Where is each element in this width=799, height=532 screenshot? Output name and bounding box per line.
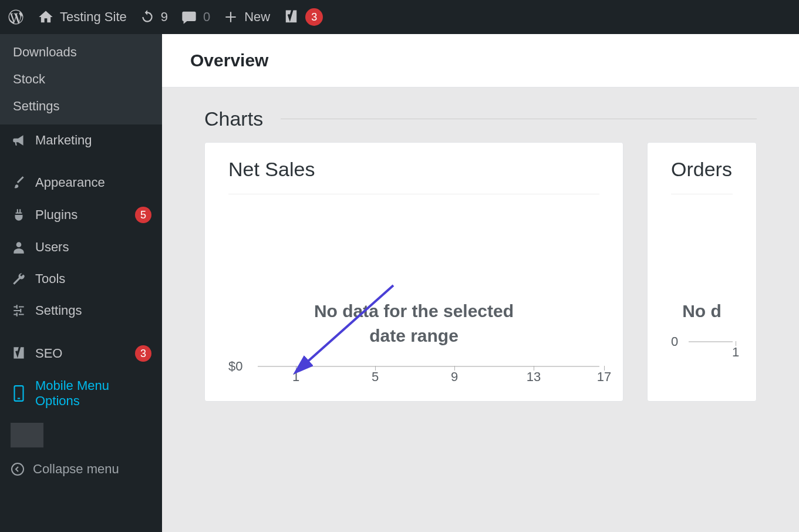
baseline <box>258 366 599 367</box>
updates-icon <box>140 9 155 25</box>
plus-icon <box>223 9 238 25</box>
wp-logo[interactable] <box>7 8 25 26</box>
brush-icon <box>11 175 27 190</box>
section-heading: Charts <box>162 87 799 142</box>
collapse-icon <box>11 462 25 476</box>
collapse-label: Collapse menu <box>33 462 119 477</box>
sidebar-item-label: Plugins <box>35 207 127 223</box>
sidebar-item-tools[interactable]: Tools <box>0 263 162 295</box>
tick: 9 <box>451 369 458 385</box>
divider <box>281 119 757 119</box>
sidebar-item-label: Marketing <box>35 133 151 148</box>
updates-link[interactable]: 9 <box>140 9 168 25</box>
admin-bar: Testing Site 9 0 New 3 <box>0 0 799 34</box>
comment-icon <box>181 9 197 25</box>
page-title: Overview <box>162 34 799 87</box>
tick: 13 <box>527 369 541 385</box>
sidebar-item-settings[interactable]: Settings <box>0 295 162 326</box>
sidebar-item-label: Users <box>35 240 151 255</box>
card-title: Net Sales <box>228 158 599 194</box>
tick: 1 <box>292 369 299 385</box>
card-title: Orders <box>671 158 733 194</box>
updates-count: 9 <box>161 9 168 25</box>
wordpress-icon <box>7 8 25 26</box>
tick: 1 <box>732 345 739 360</box>
megaphone-icon <box>11 133 27 148</box>
comments-link[interactable]: 0 <box>181 9 210 25</box>
submenu-stock[interactable]: Stock <box>0 66 162 93</box>
mobile-icon <box>11 385 27 402</box>
orders-axis: 0 1 <box>671 341 733 376</box>
orders-card: Orders No d 0 1 <box>647 142 757 402</box>
yoast-badge: 3 <box>305 8 323 26</box>
sales-ylabel: $0 <box>228 359 242 374</box>
comments-count: 0 <box>203 9 210 25</box>
orders-ylabel: 0 <box>671 334 678 349</box>
sidebar-placeholder <box>11 423 43 447</box>
sidebar-item-label: Mobile Menu Options <box>35 378 151 409</box>
sidebar-item-users[interactable]: Users <box>0 231 162 263</box>
sidebar-item-marketing[interactable]: Marketing <box>0 124 162 156</box>
yoast-icon <box>11 345 27 362</box>
no-data-message: No data for the selected date range <box>228 199 599 366</box>
submenu-settings[interactable]: Settings <box>0 93 162 120</box>
user-icon <box>11 240 27 255</box>
plugins-badge: 5 <box>135 207 151 223</box>
sidebar-item-label: Appearance <box>35 175 151 190</box>
plugin-icon <box>11 207 27 223</box>
sliders-icon <box>11 303 27 318</box>
net-sales-card: Net Sales No data for the selected date … <box>204 142 623 402</box>
admin-sidebar: Downloads Stock Settings Marketing Appea… <box>0 34 162 532</box>
new-label: New <box>244 9 270 25</box>
sidebar-item-label: Settings <box>35 303 151 318</box>
section-title: Charts <box>204 107 263 130</box>
wrench-icon <box>11 271 27 287</box>
sales-axis: $0 1 5 9 13 17 <box>228 366 599 401</box>
collapse-menu[interactable]: Collapse menu <box>0 453 162 485</box>
home-link[interactable]: Testing Site <box>38 9 127 25</box>
new-content-link[interactable]: New <box>223 9 270 25</box>
main-content: Overview Charts Net Sales No data for th… <box>162 34 799 532</box>
sidebar-item-label: Tools <box>35 271 151 287</box>
sidebar-item-plugins[interactable]: Plugins 5 <box>0 198 162 231</box>
sidebar-item-appearance[interactable]: Appearance <box>0 167 162 198</box>
submenu-downloads[interactable]: Downloads <box>0 39 162 66</box>
sidebar-item-mobile-menu[interactable]: Mobile Menu Options <box>0 370 162 417</box>
seo-badge: 3 <box>135 345 151 362</box>
site-name: Testing Site <box>60 9 127 25</box>
baseline <box>689 341 733 342</box>
sidebar-top-submenu: Downloads Stock Settings <box>0 34 162 124</box>
yoast-link[interactable]: 3 <box>283 8 323 26</box>
tick: 17 <box>597 369 611 385</box>
home-icon <box>38 9 54 25</box>
svg-point-2 <box>12 463 23 475</box>
yoast-icon <box>283 8 299 26</box>
sidebar-item-label: SEO <box>35 346 127 361</box>
no-data-message: No d <box>671 199 733 341</box>
tick: 5 <box>372 369 379 385</box>
sidebar-item-seo[interactable]: SEO 3 <box>0 337 162 370</box>
